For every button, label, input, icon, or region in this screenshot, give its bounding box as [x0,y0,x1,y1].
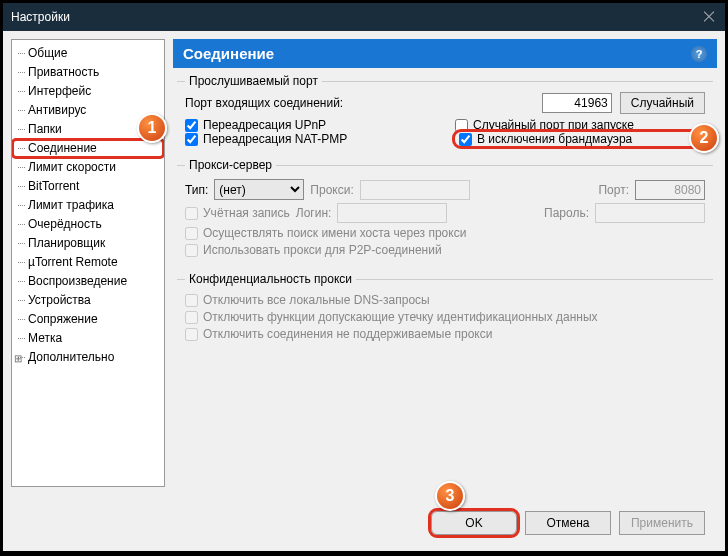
apply-button: Применить [619,511,705,535]
sidebar-item-privacy[interactable]: Приватность [12,63,164,82]
proxy-port-label: Порт: [598,183,629,197]
callout-3: 3 [435,481,465,511]
sidebar-item-traffic[interactable]: Лимит трафика [12,196,164,215]
upnp-checkbox[interactable]: Переадресация UPnP [185,118,435,132]
proxy-privacy-group: Конфиденциальность прокси Отключить все … [177,272,713,350]
ok-button[interactable]: OK [431,511,517,535]
incoming-port-label: Порт входящих соединений: [185,96,534,110]
close-icon[interactable] [701,8,717,24]
sidebar-item-playback[interactable]: Воспроизведение [12,272,164,291]
sidebar-item-general[interactable]: Общие [12,44,164,63]
proxy-auth-checkbox: Учётная запись [185,206,290,220]
proxy-privacy-legend: Конфиденциальность прокси [185,272,356,286]
titlebar: Настройки [3,3,725,31]
sidebar-item-queue[interactable]: Очерёдность [12,215,164,234]
proxy-legend: Прокси-сервер [185,158,276,172]
help-icon[interactable]: ? [691,46,707,62]
proxy-host-input [360,180,470,200]
panel-title: Соединение [183,45,274,62]
sidebar-item-advanced[interactable]: Дополнительно [12,348,164,367]
disable-unsupported-checkbox: Отключить соединения не поддерживаемые п… [185,327,492,341]
proxy-type-label: Тип: [185,183,208,197]
proxy-login-input [337,203,447,223]
sidebar-item-scheduler[interactable]: Планировщик [12,234,164,253]
sidebar-item-label[interactable]: Метка [12,329,164,348]
cancel-button[interactable]: Отмена [525,511,611,535]
sidebar-item-speed[interactable]: Лимит скорости [12,158,164,177]
sidebar-item-devices[interactable]: Устройства [12,291,164,310]
listening-port-legend: Прослушиваемый порт [185,74,322,88]
disable-leak-checkbox: Отключить функции допускающие утечку иде… [185,310,598,324]
proxy-pass-input [595,203,705,223]
proxy-hostname-checkbox: Осуществлять поиск имени хоста через про… [185,226,466,240]
proxy-p2p-checkbox: Использовать прокси для P2P-соединений [185,243,442,257]
random-start-checkbox[interactable]: Случайный порт при запуске [455,118,705,132]
firewall-checkbox[interactable]: В исключения брандмауэра [455,132,705,146]
settings-tree: Общие Приватность Интерфейс Антивирус Па… [11,39,165,487]
proxy-login-label: Логин: [296,206,332,220]
random-port-button[interactable]: Случайный [620,92,705,114]
proxy-host-label: Прокси: [310,183,353,197]
incoming-port-input[interactable] [542,93,612,113]
listening-port-group: Прослушиваемый порт Порт входящих соедин… [177,74,713,152]
proxy-group: Прокси-сервер Тип: (нет) Прокси: Порт: У… [177,158,713,266]
sidebar-item-pairing[interactable]: Сопряжение [12,310,164,329]
sidebar-item-remote[interactable]: µTorrent Remote [12,253,164,272]
proxy-pass-label: Пароль: [544,206,589,220]
callout-2: 2 [689,123,719,153]
natpmp-checkbox[interactable]: Переадресация NAT-PMP [185,132,435,146]
proxy-port-input [635,180,705,200]
disable-dns-checkbox: Отключить все локальные DNS-запросы [185,293,430,307]
callout-1: 1 [137,113,167,143]
proxy-type-select[interactable]: (нет) [214,179,304,200]
sidebar-item-bittorrent[interactable]: BitTorrent [12,177,164,196]
sidebar-item-interface[interactable]: Интерфейс [12,82,164,101]
sidebar-item-connection[interactable]: Соединение [12,139,164,158]
window-title: Настройки [11,10,70,24]
panel-header: Соединение ? [173,39,717,68]
dialog-footer: 3 OK Отмена Применить [3,495,725,551]
